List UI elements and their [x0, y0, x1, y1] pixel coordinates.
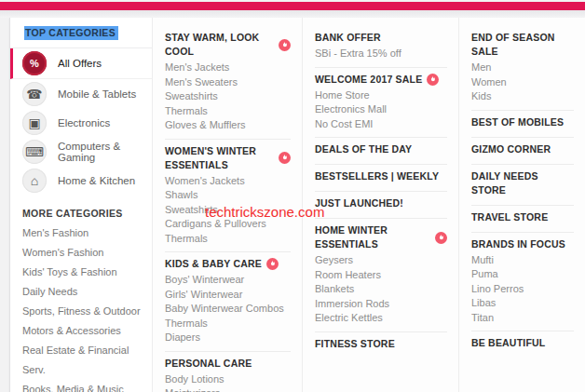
section-title[interactable]: BE BEAUTIFUL: [471, 336, 545, 350]
section-be-beautiful: BE BEAUTIFUL: [471, 331, 574, 358]
section-title[interactable]: JUST LAUNCHED!: [315, 196, 403, 210]
section-best-of-mobiles: BEST OF MOBILES: [471, 110, 574, 137]
sidebar-item-women-s-fashion[interactable]: Women's Fashion: [10, 243, 152, 263]
menu-item-diapers[interactable]: Diapers: [165, 331, 291, 345]
menu-item-room-heaters[interactable]: Room Heaters: [315, 268, 447, 283]
menu-item-thermals[interactable]: Thermals: [165, 232, 291, 247]
menu-item-libas[interactable]: Libas: [471, 296, 574, 311]
menu-item-puma[interactable]: Puma: [471, 267, 574, 282]
menu-item-electric-kettles[interactable]: Electric Kettles: [315, 311, 447, 326]
sidebar-item-sports-fitness-outdoor[interactable]: Sports, Fitness & Outdoor: [10, 302, 152, 321]
menu-item-lino-perros[interactable]: Lino Perros: [471, 282, 574, 297]
section-title[interactable]: BESTSELLERS | WEEKLY: [315, 169, 439, 183]
section-heading: TRAVEL STORE: [471, 210, 574, 224]
section-title[interactable]: PERSONAL CARE: [165, 357, 252, 371]
section-title[interactable]: KIDS & BABY CARE: [165, 257, 262, 271]
section-title[interactable]: BRANDS IN FOCUS: [471, 237, 565, 251]
menu-item-men[interactable]: Men: [471, 61, 574, 75]
sidebar-item-motors-accessories[interactable]: Motors & Accessories: [10, 321, 152, 341]
section-title[interactable]: STAY WARM, LOOK COOL: [165, 31, 274, 59]
menu-item-body-lotions[interactable]: Body Lotions: [165, 372, 291, 387]
menu-item-women[interactable]: Women: [471, 75, 574, 90]
section-bank-offer: BANK OFFERSBi - Extra 15% off: [315, 26, 447, 67]
section-gizmo-corner: GIZMO CORNER: [471, 137, 574, 164]
section-brands-in-focus: BRANDS IN FOCUSMuftiPumaLino PerrosLibas…: [471, 232, 574, 331]
sidebar-item-men-s-fashion[interactable]: Men's Fashion: [10, 223, 152, 243]
menu-item-sweatshirts[interactable]: Sweatshirts: [165, 89, 291, 104]
menu-item-shawls[interactable]: Shawls: [165, 188, 291, 203]
menu-item-titan[interactable]: Titan: [471, 311, 574, 326]
section-heading: WELCOME 2017 SALE: [315, 73, 447, 87]
menu-item-moisturizers[interactable]: Moisturizers: [165, 386, 291, 392]
section-heading: END OF SEASON SALE: [471, 31, 574, 59]
section-title[interactable]: HOME WINTER ESSENTIALS: [315, 223, 430, 251]
section-heading: BESTSELLERS | WEEKLY: [315, 169, 447, 183]
menu-item-mufti[interactable]: Mufti: [471, 253, 574, 268]
menu-item-thermals[interactable]: Thermals: [165, 317, 291, 331]
section-title[interactable]: DAILY NEEDS STORE: [471, 169, 574, 197]
section-title[interactable]: GIZMO CORNER: [471, 142, 551, 156]
menu-item-men-s-sweaters[interactable]: Men's Sweaters: [165, 75, 291, 90]
section-stay-warm-look-cool: STAY WARM, LOOK COOLMen's JacketsMen's S…: [165, 26, 291, 139]
menu-item-sbi-extra-15-off[interactable]: SBi - Extra 15% off: [315, 47, 447, 61]
electronics-icon: ▣: [22, 111, 47, 135]
section-title[interactable]: END OF SEASON SALE: [471, 31, 574, 59]
menu-item-women-s-jackets[interactable]: Women's Jackets: [165, 174, 291, 189]
menu-item-boys-winterwear[interactable]: Boys' Winterwear: [165, 273, 291, 288]
sidebar-item-daily-needs[interactable]: Daily Needs: [10, 282, 152, 302]
sidebar-item-label: Home & Kitchen: [58, 175, 135, 186]
section-heading: BRANDS IN FOCUS: [471, 237, 574, 251]
watermark-text: techtrickszone.com: [205, 204, 324, 220]
section-heading: JUST LAUNCHED!: [315, 196, 447, 210]
section-title[interactable]: WOMEN'S WINTER ESSENTIALS: [165, 144, 274, 172]
hot-icon: [266, 258, 279, 270]
hot-icon: [279, 152, 291, 164]
sidebar-item-mobile-tablets[interactable]: ☎Mobile & Tablets: [10, 79, 152, 108]
sidebar-item-electronics[interactable]: ▣Electronics: [10, 108, 152, 137]
section-heading: BEST OF MOBILES: [471, 115, 574, 129]
section-heading: WOMEN'S WINTER ESSENTIALS: [165, 144, 291, 172]
section-title[interactable]: BANK OFFER: [315, 31, 381, 45]
sidebar-item-kids-toys-fashion[interactable]: Kids' Toys & Fashion: [10, 263, 152, 282]
menu-item-home-store[interactable]: Home Store: [315, 88, 447, 103]
section-heading: DAILY NEEDS STORE: [471, 169, 574, 197]
section-fitness-store: FITNESS STORE: [315, 331, 447, 358]
sidebar-item-all-offers[interactable]: %All Offers: [10, 48, 152, 79]
page-gap: [0, 10, 585, 18]
menu-column-stores: END OF SEASON SALEMenWomenKidsBEST OF MO…: [458, 18, 585, 392]
sidebar-item-computers-gaming[interactable]: ⌨Computers & Gaming: [10, 137, 152, 166]
section-personal-care: PERSONAL CAREBody LotionsMoisturizersSha…: [165, 351, 291, 392]
section-kids-baby-care: KIDS & BABY CAREBoys' WinterwearGirls' W…: [165, 251, 291, 351]
menu-item-men-s-jackets[interactable]: Men's Jackets: [165, 61, 291, 75]
menu-item-blankets[interactable]: Blankets: [315, 282, 447, 297]
menu-item-immersion-rods[interactable]: Immersion Rods: [315, 297, 447, 312]
mobile-tablets-icon: ☎: [22, 82, 47, 106]
top-accent-bar: [0, 2, 585, 10]
sidebar-item-label: Computers & Gaming: [58, 141, 152, 163]
section-title[interactable]: FITNESS STORE: [315, 337, 395, 351]
section-daily-needs-store: DAILY NEEDS STORE: [471, 164, 574, 205]
section-end-of-season-sale: END OF SEASON SALEMenWomenKids: [471, 26, 574, 110]
section-title[interactable]: WELCOME 2017 SALE: [315, 73, 422, 87]
sidebar-item-label: Electronics: [58, 117, 110, 128]
more-categories-heading: MORE CATEGORIES: [10, 208, 152, 219]
menu-item-kids[interactable]: Kids: [471, 89, 574, 104]
menu-item-girls-winterwear[interactable]: Girls' Winterwear: [165, 288, 291, 303]
section-heading: FITNESS STORE: [315, 337, 447, 351]
sidebar-item-real-estate-financial-serv[interactable]: Real Estate & Financial Serv.: [10, 341, 152, 380]
menu-item-gloves-mufflers[interactable]: Gloves & Mufflers: [165, 118, 291, 133]
menu-item-baby-winterwear-combos[interactable]: Baby Winterwear Combos: [165, 302, 291, 317]
menu-item-thermals[interactable]: Thermals: [165, 104, 291, 119]
section-title[interactable]: DEALS OF THE DAY: [315, 142, 412, 156]
section-title[interactable]: TRAVEL STORE: [471, 210, 548, 224]
section-heading: BANK OFFER: [315, 31, 447, 45]
hot-icon: [435, 232, 447, 244]
section-heading: PERSONAL CARE: [165, 357, 291, 371]
section-title[interactable]: BEST OF MOBILES: [471, 115, 564, 129]
sidebar-item-home-kitchen[interactable]: ⌂Home & Kitchen: [10, 166, 152, 195]
menu-item-geysers[interactable]: Geysers: [315, 253, 447, 268]
sidebar-item-books-media-music[interactable]: Books, Media & Music: [10, 380, 152, 392]
menu-item-no-cost-emi[interactable]: No Cost EMI: [315, 117, 447, 132]
menu-item-electronics-mall[interactable]: Electronics Mall: [315, 102, 447, 117]
top-categories-heading: TOP CATEGORIES: [24, 26, 118, 40]
